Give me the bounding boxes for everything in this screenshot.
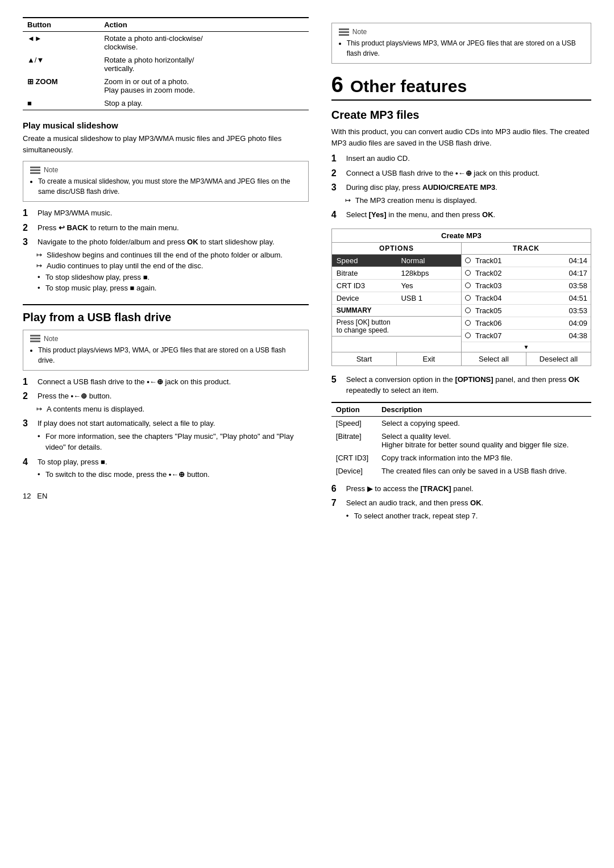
button-cell: ◄► bbox=[23, 32, 99, 54]
mp3-select-all-button[interactable]: Select all bbox=[462, 352, 526, 366]
play-musical-section: Play musical slideshow Create a musical … bbox=[23, 121, 309, 294]
track-radio-icon bbox=[465, 270, 471, 276]
mp3-track-panel: TRACK Track01 04:14 Track02 04:17 bbox=[462, 243, 591, 352]
list-item: 5 Select a conversion option in the [OPT… bbox=[331, 374, 591, 396]
table-header-button: Button bbox=[23, 18, 99, 32]
track-row: Track01 04:14 bbox=[462, 255, 591, 267]
list-item: 1 Insert an audio CD. bbox=[331, 153, 591, 164]
play-musical-body: Create a musical slideshow to play MP3/W… bbox=[23, 133, 309, 155]
option-desc: Copy track information into the MP3 file… bbox=[377, 451, 591, 464]
track-radio-icon bbox=[465, 320, 471, 326]
chapter-title: Other features bbox=[350, 77, 467, 96]
sub-item: To select another track, repeat step 7. bbox=[346, 510, 591, 522]
note-icon bbox=[339, 28, 349, 36]
track-row: Track07 04:38 bbox=[462, 330, 591, 342]
sub-item: A contents menu is displayed. bbox=[38, 404, 309, 415]
track-name: Track05 bbox=[475, 306, 501, 315]
mp3-option-value: Normal bbox=[396, 255, 461, 267]
options-description-table: Option Description [Speed] Select a copy… bbox=[331, 402, 591, 477]
play-usb-heading: Play from a USB flash drive bbox=[23, 311, 309, 324]
option-desc: Select a quality level.Higher bitrate fo… bbox=[377, 430, 591, 451]
action-cell: Stop a play. bbox=[99, 97, 309, 110]
track-row: Track06 04:09 bbox=[462, 317, 591, 330]
table-row: ■ Stop a play. bbox=[23, 97, 309, 110]
option-name: [Device] bbox=[331, 464, 377, 477]
track-name: Track01 bbox=[475, 256, 501, 265]
table-row: ◄► Rotate a photo anti-clockwise/clockwi… bbox=[23, 32, 309, 54]
create-mp3-section: Create MP3 files With this product, you … bbox=[331, 109, 591, 521]
create-mp3-steps-after: 5 Select a conversion option in the [OPT… bbox=[331, 374, 591, 396]
option-name: [Bitrate] bbox=[331, 430, 377, 451]
mp3-option-row: Device USB 1 bbox=[332, 292, 461, 305]
track-time: 03:53 bbox=[569, 306, 587, 315]
mp3-option-label: Bitrate bbox=[332, 267, 397, 279]
track-name: Track02 bbox=[475, 269, 501, 277]
mp3-deselect-all-button[interactable]: Deselect all bbox=[526, 352, 591, 366]
note-bullet: This product plays/views MP3, WMA or JPE… bbox=[347, 38, 584, 59]
list-item: 4 To stop play, press ■. To switch to th… bbox=[23, 456, 309, 480]
table-row: [Device] The created files can only be s… bbox=[331, 464, 591, 477]
mp3-table-title: Create MP3 bbox=[332, 229, 591, 243]
sub-item: For more information, see the chapters "… bbox=[38, 431, 309, 453]
track-row: Track03 03:58 bbox=[462, 280, 591, 292]
track-row: Track04 04:51 bbox=[462, 292, 591, 305]
mp3-option-row: Bitrate 128kbps bbox=[332, 267, 461, 280]
mp3-option-value: 128kbps bbox=[396, 267, 461, 279]
list-item: 2 Press ↩ BACK to return to the main men… bbox=[23, 222, 309, 234]
track-time: 04:09 bbox=[569, 319, 587, 327]
chapter-number: 6 bbox=[331, 74, 343, 95]
option-name: [CRT ID3] bbox=[331, 451, 377, 464]
play-musical-heading: Play musical slideshow bbox=[23, 121, 309, 130]
left-column: Button Action ◄► Rotate a photo anti-clo… bbox=[23, 17, 309, 527]
list-item: 3 Navigate to the photo folder/album and… bbox=[23, 236, 309, 294]
track-time: 04:51 bbox=[569, 294, 587, 302]
track-radio-icon bbox=[465, 283, 471, 288]
play-usb-note: Note This product plays/views MP3, WMA, … bbox=[23, 330, 309, 371]
option-desc: The created files can only be saved in a… bbox=[377, 464, 591, 477]
create-mp3-steps-before: 1 Insert an audio CD. 2 Connect a USB fl… bbox=[331, 153, 591, 221]
note-bullet: This product plays/views MP3, WMA, or JP… bbox=[38, 345, 301, 366]
mp3-option-row: Speed Normal bbox=[332, 255, 461, 267]
note-icon bbox=[30, 167, 40, 174]
list-item: 2 Press the •←⊕ button. A contents menu … bbox=[23, 391, 309, 414]
track-scroll-indicator: ▼ bbox=[462, 342, 591, 352]
button-cell: ■ bbox=[23, 97, 99, 110]
track-time: 03:58 bbox=[569, 281, 587, 290]
track-row: Track05 03:53 bbox=[462, 305, 591, 317]
table-row: [Speed] Select a copying speed. bbox=[331, 416, 591, 430]
button-cell: ▲/▼ bbox=[23, 53, 99, 75]
mp3-option-label: CRT ID3 bbox=[332, 280, 397, 292]
mp3-footer: Start Exit Select all Deselect all bbox=[332, 352, 591, 366]
mp3-option-value: Yes bbox=[396, 280, 461, 292]
note-label: Note bbox=[352, 28, 367, 36]
track-name: Track06 bbox=[475, 319, 501, 327]
create-mp3-body: With this product, you can convert audio… bbox=[331, 126, 591, 148]
note-bullet: To create a musical slideshow, you must … bbox=[38, 176, 301, 197]
note-icon bbox=[30, 335, 40, 342]
track-time: 04:14 bbox=[569, 256, 587, 265]
list-item: 3 During disc play, press AUDIO/CREATE M… bbox=[331, 182, 591, 206]
track-row: Track02 04:17 bbox=[462, 267, 591, 280]
options-header: OPTIONS bbox=[332, 243, 461, 255]
create-mp3-steps-final: 6 Press ▶ to access the [TRACK] panel. 7… bbox=[331, 483, 591, 522]
track-radio-icon bbox=[465, 258, 471, 263]
list-item: 4 Select [Yes] in the menu, and then pre… bbox=[331, 209, 591, 221]
note-label: Note bbox=[44, 335, 58, 343]
mp3-summary-label: SUMMARY bbox=[332, 305, 461, 317]
list-item: 1 Connect a USB flash drive to the •←⊕ j… bbox=[23, 376, 309, 388]
track-time: 04:38 bbox=[569, 331, 587, 340]
option-desc: Select a copying speed. bbox=[377, 416, 591, 430]
table-row: ▲/▼ Rotate a photo horizontally/vertical… bbox=[23, 53, 309, 75]
play-musical-steps: 1 Play MP3/WMA music. 2 Press ↩ BACK to … bbox=[23, 207, 309, 294]
action-cell: Zoom in or out of a photo.Play pauses in… bbox=[99, 75, 309, 97]
button-cell: ⊞ ZOOM bbox=[23, 75, 99, 97]
track-name: Track07 bbox=[475, 331, 501, 340]
track-radio-icon bbox=[465, 333, 471, 338]
track-radio-icon bbox=[465, 308, 471, 313]
opts-header-option: Option bbox=[331, 402, 377, 417]
mp3-start-button[interactable]: Start bbox=[332, 352, 397, 366]
play-usb-steps: 1 Connect a USB flash drive to the •←⊕ j… bbox=[23, 376, 309, 480]
list-item: 7 Select an audio track, and then press … bbox=[331, 497, 591, 521]
mp3-exit-button[interactable]: Exit bbox=[397, 352, 462, 366]
sub-item: The MP3 creation menu is displayed. bbox=[346, 195, 591, 206]
